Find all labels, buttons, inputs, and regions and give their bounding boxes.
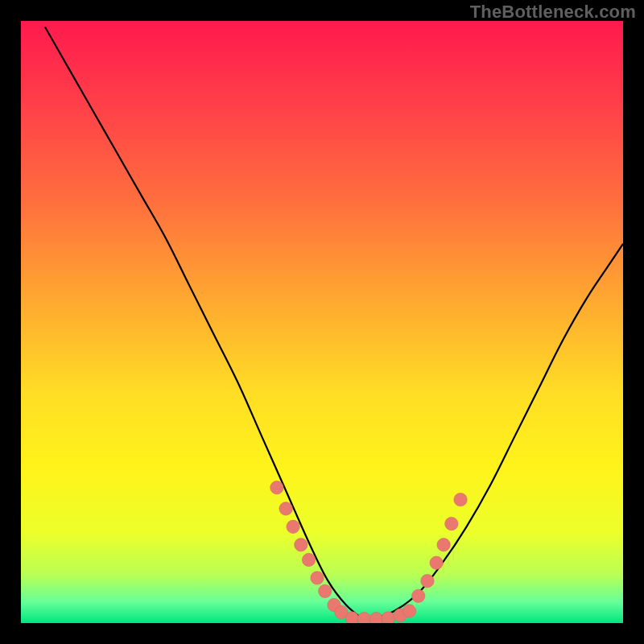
data-marker — [302, 553, 315, 566]
data-marker — [437, 539, 450, 551]
data-marker — [311, 572, 324, 584]
data-markers — [270, 481, 468, 624]
data-marker — [279, 502, 292, 515]
data-marker — [369, 613, 382, 623]
data-marker — [445, 517, 458, 530]
data-marker — [382, 612, 394, 623]
data-marker — [454, 493, 467, 506]
data-marker — [295, 539, 308, 551]
data-marker — [430, 556, 443, 569]
data-marker — [402, 605, 415, 617]
data-marker — [345, 612, 358, 623]
data-marker — [287, 520, 299, 533]
data-marker — [319, 584, 332, 597]
right-curve — [370, 244, 623, 621]
data-marker — [270, 481, 283, 494]
data-marker — [357, 613, 370, 623]
left-curve — [45, 27, 364, 620]
data-marker — [411, 589, 424, 602]
watermark-text: TheBottleneck.com — [470, 2, 636, 23]
curve-layer — [21, 21, 623, 623]
plot-area — [21, 21, 623, 623]
data-marker — [421, 574, 434, 587]
chart-frame: TheBottleneck.com — [0, 0, 644, 644]
